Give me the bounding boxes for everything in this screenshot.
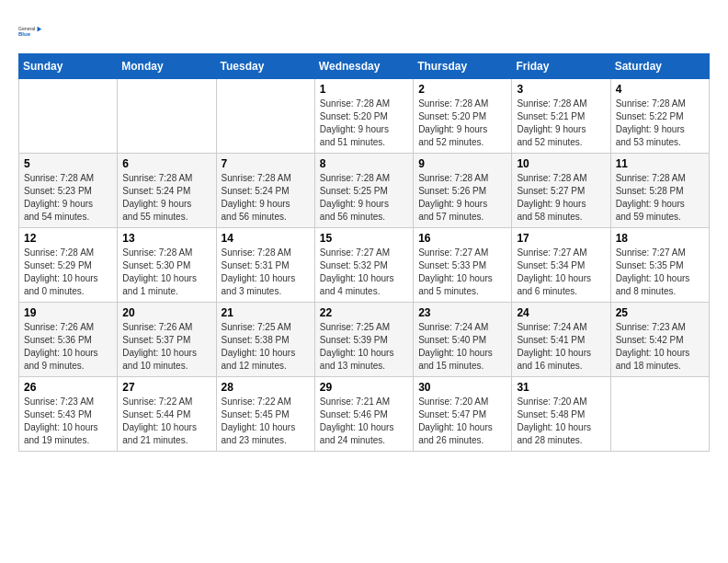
day-info: Sunrise: 7:27 AM Sunset: 5:35 PM Dayligh… [616, 247, 704, 298]
day-info: Sunrise: 7:28 AM Sunset: 5:23 PM Dayligh… [24, 172, 112, 224]
day-number: 26 [24, 381, 112, 394]
svg-text:General: General [18, 26, 35, 31]
calendar-cell: 18Sunrise: 7:27 AM Sunset: 5:35 PM Dayli… [610, 228, 709, 303]
day-info: Sunrise: 7:20 AM Sunset: 5:48 PM Dayligh… [517, 396, 605, 447]
calendar-cell: 11Sunrise: 7:28 AM Sunset: 5:28 PM Dayli… [610, 154, 709, 228]
day-number: 1 [320, 83, 408, 96]
day-number: 5 [24, 157, 112, 170]
logo-icon: GeneralBlue [18, 18, 44, 44]
day-number: 19 [24, 306, 112, 319]
calendar-cell: 2Sunrise: 7:28 AM Sunset: 5:20 PM Daylig… [414, 79, 512, 154]
day-info: Sunrise: 7:28 AM Sunset: 5:27 PM Dayligh… [517, 172, 605, 224]
day-info: Sunrise: 7:28 AM Sunset: 5:21 PM Dayligh… [517, 98, 605, 149]
calendar-week-4: 19Sunrise: 7:26 AM Sunset: 5:36 PM Dayli… [19, 303, 710, 377]
day-info: Sunrise: 7:28 AM Sunset: 5:24 PM Dayligh… [222, 172, 310, 224]
calendar-cell: 8Sunrise: 7:28 AM Sunset: 5:25 PM Daylig… [314, 154, 413, 228]
day-number: 12 [24, 232, 112, 245]
day-number: 25 [616, 306, 704, 319]
calendar-week-3: 12Sunrise: 7:28 AM Sunset: 5:29 PM Dayli… [19, 228, 710, 303]
calendar-cell: 15Sunrise: 7:27 AM Sunset: 5:32 PM Dayli… [314, 228, 413, 303]
day-info: Sunrise: 7:28 AM Sunset: 5:25 PM Dayligh… [320, 172, 408, 224]
day-info: Sunrise: 7:27 AM Sunset: 5:32 PM Dayligh… [320, 247, 408, 298]
day-number: 2 [418, 83, 506, 96]
calendar-cell: 20Sunrise: 7:26 AM Sunset: 5:37 PM Dayli… [118, 303, 216, 377]
weekday-header-wednesday: Wednesday [314, 54, 413, 79]
day-info: Sunrise: 7:28 AM Sunset: 5:24 PM Dayligh… [122, 172, 210, 224]
day-info: Sunrise: 7:25 AM Sunset: 5:39 PM Dayligh… [320, 321, 408, 373]
day-info: Sunrise: 7:21 AM Sunset: 5:46 PM Dayligh… [320, 396, 408, 447]
weekday-header-thursday: Thursday [414, 54, 512, 79]
calendar-cell: 29Sunrise: 7:21 AM Sunset: 5:46 PM Dayli… [314, 377, 413, 452]
day-number: 15 [320, 232, 408, 245]
calendar-cell: 3Sunrise: 7:28 AM Sunset: 5:21 PM Daylig… [512, 79, 610, 154]
day-info: Sunrise: 7:28 AM Sunset: 5:31 PM Dayligh… [222, 247, 310, 298]
weekday-header-saturday: Saturday [610, 54, 709, 79]
weekday-header-tuesday: Tuesday [216, 54, 314, 79]
weekday-header-sunday: Sunday [19, 54, 118, 79]
weekday-header-monday: Monday [118, 54, 216, 79]
day-info: Sunrise: 7:28 AM Sunset: 5:22 PM Dayligh… [616, 98, 704, 149]
day-number: 28 [222, 381, 310, 394]
calendar-cell: 16Sunrise: 7:27 AM Sunset: 5:33 PM Dayli… [414, 228, 512, 303]
calendar-cell: 17Sunrise: 7:27 AM Sunset: 5:34 PM Dayli… [512, 228, 610, 303]
calendar-cell: 23Sunrise: 7:24 AM Sunset: 5:40 PM Dayli… [414, 303, 512, 377]
weekday-header-friday: Friday [512, 54, 610, 79]
calendar-cell: 5Sunrise: 7:28 AM Sunset: 5:23 PM Daylig… [19, 154, 118, 228]
calendar-cell: 30Sunrise: 7:20 AM Sunset: 5:47 PM Dayli… [414, 377, 512, 452]
day-number: 23 [418, 306, 506, 319]
day-info: Sunrise: 7:23 AM Sunset: 5:43 PM Dayligh… [24, 396, 112, 447]
day-number: 11 [616, 157, 704, 170]
calendar-cell: 14Sunrise: 7:28 AM Sunset: 5:31 PM Dayli… [216, 228, 314, 303]
calendar-week-5: 26Sunrise: 7:23 AM Sunset: 5:43 PM Dayli… [19, 377, 710, 452]
calendar-body: 1Sunrise: 7:28 AM Sunset: 5:20 PM Daylig… [19, 79, 710, 452]
day-number: 6 [122, 157, 210, 170]
day-info: Sunrise: 7:28 AM Sunset: 5:30 PM Dayligh… [122, 247, 210, 298]
day-number: 27 [122, 381, 210, 394]
day-number: 8 [320, 157, 408, 170]
day-number: 9 [418, 157, 506, 170]
day-info: Sunrise: 7:20 AM Sunset: 5:47 PM Dayligh… [418, 396, 506, 447]
day-number: 22 [320, 306, 408, 319]
calendar-cell: 26Sunrise: 7:23 AM Sunset: 5:43 PM Dayli… [19, 377, 118, 452]
calendar-header: SundayMondayTuesdayWednesdayThursdayFrid… [19, 54, 710, 79]
day-number: 4 [616, 83, 704, 96]
day-number: 13 [122, 232, 210, 245]
day-info: Sunrise: 7:24 AM Sunset: 5:41 PM Dayligh… [517, 321, 605, 373]
day-info: Sunrise: 7:24 AM Sunset: 5:40 PM Dayligh… [418, 321, 506, 373]
day-number: 24 [517, 306, 605, 319]
calendar-cell [118, 79, 216, 154]
day-number: 18 [616, 232, 704, 245]
day-info: Sunrise: 7:26 AM Sunset: 5:36 PM Dayligh… [24, 321, 112, 373]
calendar-cell: 27Sunrise: 7:22 AM Sunset: 5:44 PM Dayli… [118, 377, 216, 452]
calendar-cell: 4Sunrise: 7:28 AM Sunset: 5:22 PM Daylig… [610, 79, 709, 154]
calendar-cell: 10Sunrise: 7:28 AM Sunset: 5:27 PM Dayli… [512, 154, 610, 228]
day-info: Sunrise: 7:28 AM Sunset: 5:29 PM Dayligh… [24, 247, 112, 298]
calendar-week-1: 1Sunrise: 7:28 AM Sunset: 5:20 PM Daylig… [19, 79, 710, 154]
calendar-cell: 25Sunrise: 7:23 AM Sunset: 5:42 PM Dayli… [610, 303, 709, 377]
calendar-week-2: 5Sunrise: 7:28 AM Sunset: 5:23 PM Daylig… [19, 154, 710, 228]
calendar-cell: 13Sunrise: 7:28 AM Sunset: 5:30 PM Dayli… [118, 228, 216, 303]
calendar-cell: 12Sunrise: 7:28 AM Sunset: 5:29 PM Dayli… [19, 228, 118, 303]
day-info: Sunrise: 7:27 AM Sunset: 5:34 PM Dayligh… [517, 247, 605, 298]
day-info: Sunrise: 7:28 AM Sunset: 5:20 PM Dayligh… [320, 98, 408, 149]
calendar-cell: 19Sunrise: 7:26 AM Sunset: 5:36 PM Dayli… [19, 303, 118, 377]
calendar-cell [19, 79, 118, 154]
calendar-cell: 1Sunrise: 7:28 AM Sunset: 5:20 PM Daylig… [314, 79, 413, 154]
day-number: 3 [517, 83, 605, 96]
calendar-cell: 22Sunrise: 7:25 AM Sunset: 5:39 PM Dayli… [314, 303, 413, 377]
day-info: Sunrise: 7:28 AM Sunset: 5:26 PM Dayligh… [418, 172, 506, 224]
day-number: 29 [320, 381, 408, 394]
logo: GeneralBlue [18, 18, 44, 44]
calendar-cell [610, 377, 709, 452]
day-info: Sunrise: 7:23 AM Sunset: 5:42 PM Dayligh… [616, 321, 704, 373]
day-number: 10 [517, 157, 605, 170]
day-number: 16 [418, 232, 506, 245]
calendar-cell: 28Sunrise: 7:22 AM Sunset: 5:45 PM Dayli… [216, 377, 314, 452]
calendar-cell: 6Sunrise: 7:28 AM Sunset: 5:24 PM Daylig… [118, 154, 216, 228]
calendar-cell: 31Sunrise: 7:20 AM Sunset: 5:48 PM Dayli… [512, 377, 610, 452]
page-header: GeneralBlue [18, 18, 710, 44]
day-number: 21 [222, 306, 310, 319]
svg-text:Blue: Blue [18, 31, 31, 37]
day-info: Sunrise: 7:26 AM Sunset: 5:37 PM Dayligh… [122, 321, 210, 373]
day-info: Sunrise: 7:25 AM Sunset: 5:38 PM Dayligh… [222, 321, 310, 373]
